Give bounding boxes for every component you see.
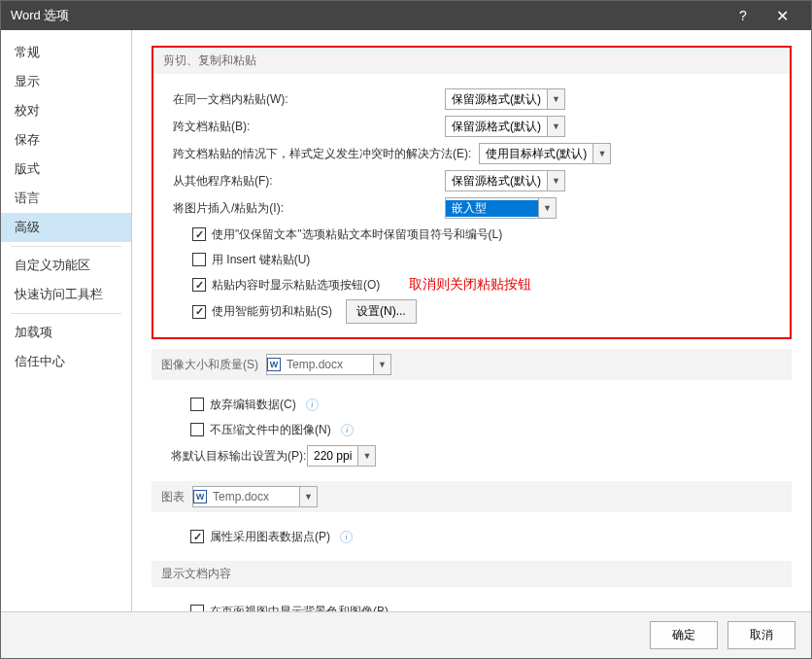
checkbox-show-paste-btn[interactable] <box>192 278 206 292</box>
label-paste-other: 从其他程序粘贴(F): <box>173 173 445 190</box>
combo-insert-pic[interactable]: 嵌入型▼ <box>445 197 557 219</box>
combo-default-res[interactable]: 220 ppi▼ <box>307 445 376 467</box>
checkbox-show-bg[interactable] <box>190 605 204 611</box>
label-show-bg: 在页面视图中显示背景色和图像(B) <box>210 604 389 612</box>
chevron-down-icon: ▼ <box>299 487 317 506</box>
word-doc-icon: W <box>267 358 281 371</box>
sidebar-item[interactable]: 快速访问工具栏 <box>1 280 131 309</box>
chevron-down-icon: ▼ <box>357 446 375 466</box>
label-insert-key: 用 Insert 键粘贴(U) <box>212 252 310 268</box>
checkbox-no-compress[interactable] <box>190 423 204 436</box>
close-button[interactable]: ✕ <box>762 1 801 30</box>
label-smart-cut: 使用智能剪切和粘贴(S) <box>212 303 332 320</box>
section-show-doc: 显示文档内容 <box>152 561 792 587</box>
highlight-box: 剪切、复制和粘贴 在同一文档内粘贴(W): 保留源格式(默认)▼ 跨文档粘贴(B… <box>152 46 792 339</box>
sidebar: 常规显示校对保存版式语言高级自定义功能区快速访问工具栏加载项信任中心 <box>1 30 132 611</box>
cancel-button[interactable]: 取消 <box>727 621 795 649</box>
section-chart: 图表 WTemp.docx▼ <box>152 481 792 512</box>
checkbox-chart-datapoints[interactable] <box>190 530 204 543</box>
label-show-paste-btn: 粘贴内容时显示粘贴选项按钮(O) <box>212 277 380 294</box>
label-chart-datapoints: 属性采用图表数据点(P) <box>210 529 330 545</box>
section-image-quality: 图像大小和质量(S) WTemp.docx▼ <box>152 349 792 380</box>
chevron-down-icon: ▼ <box>547 171 564 191</box>
section-cut-copy-paste: 剪切、复制和粘贴 <box>153 48 790 74</box>
label-paste-conflict: 跨文档粘贴的情况下，样式定义发生冲突时的解决方法(E): <box>173 146 471 162</box>
sidebar-item[interactable]: 语言 <box>1 184 131 213</box>
info-icon[interactable]: i <box>341 424 354 436</box>
dialog-title: Word 选项 <box>11 7 724 24</box>
info-icon[interactable]: i <box>306 399 319 411</box>
chevron-down-icon: ▼ <box>547 89 564 109</box>
sidebar-item[interactable]: 信任中心 <box>1 347 131 376</box>
label-default-res: 将默认目标输出设置为(P): <box>171 448 307 465</box>
label-discard-edit: 放弃编辑数据(C) <box>210 397 296 413</box>
ok-button[interactable]: 确定 <box>650 621 718 649</box>
checkbox-smart-cut[interactable] <box>192 305 206 319</box>
label-paste-same: 在同一文档内粘贴(W): <box>173 91 445 108</box>
sidebar-item[interactable]: 版式 <box>1 155 131 184</box>
chevron-down-icon: ▼ <box>592 144 610 163</box>
content-pane: 剪切、复制和粘贴 在同一文档内粘贴(W): 保留源格式(默认)▼ 跨文档粘贴(B… <box>132 30 811 611</box>
label-no-compress: 不压缩文件中的图像(N) <box>210 422 331 438</box>
checkbox-discard-edit[interactable] <box>190 398 204 411</box>
sidebar-item[interactable]: 保存 <box>1 125 131 155</box>
word-doc-icon: W <box>193 490 207 503</box>
sidebar-item[interactable]: 自定义功能区 <box>1 251 131 280</box>
label-keep-bullets: 使用"仅保留文本"选项粘贴文本时保留项目符号和编号(L) <box>212 226 502 243</box>
combo-paste-other[interactable]: 保留源格式(默认)▼ <box>445 170 565 191</box>
combo-paste-conflict[interactable]: 使用目标样式(默认)▼ <box>479 143 611 164</box>
combo-paste-between[interactable]: 保留源格式(默认)▼ <box>445 116 565 137</box>
titlebar: Word 选项 ? ✕ <box>1 1 811 30</box>
sidebar-separator <box>11 246 121 247</box>
checkbox-keep-bullets[interactable] <box>192 227 206 241</box>
dialog-footer: 确定 取消 <box>1 611 811 658</box>
sidebar-item[interactable]: 校对 <box>1 96 131 125</box>
sidebar-item[interactable]: 加载项 <box>1 318 131 347</box>
combo-image-quality-doc[interactable]: WTemp.docx▼ <box>266 354 391 375</box>
chevron-down-icon: ▼ <box>538 198 556 218</box>
help-button[interactable]: ? <box>724 1 762 30</box>
checkbox-insert-key[interactable] <box>192 253 206 266</box>
chevron-down-icon: ▼ <box>373 355 390 374</box>
label-paste-between: 跨文档粘贴(B): <box>173 119 445 135</box>
settings-button[interactable]: 设置(N)... <box>346 299 417 324</box>
chevron-down-icon: ▼ <box>547 117 564 136</box>
sidebar-item[interactable]: 显示 <box>1 67 131 96</box>
sidebar-separator <box>11 313 121 314</box>
annotation-text: 取消则关闭粘贴按钮 <box>409 276 531 294</box>
combo-chart-doc[interactable]: WTemp.docx▼ <box>192 486 318 507</box>
sidebar-item[interactable]: 常规 <box>1 38 131 67</box>
label-insert-pic: 将图片插入/粘贴为(I): <box>173 200 445 217</box>
sidebar-item[interactable]: 高级 <box>1 213 131 242</box>
info-icon[interactable]: i <box>340 531 353 543</box>
combo-paste-same[interactable]: 保留源格式(默认)▼ <box>445 88 565 110</box>
